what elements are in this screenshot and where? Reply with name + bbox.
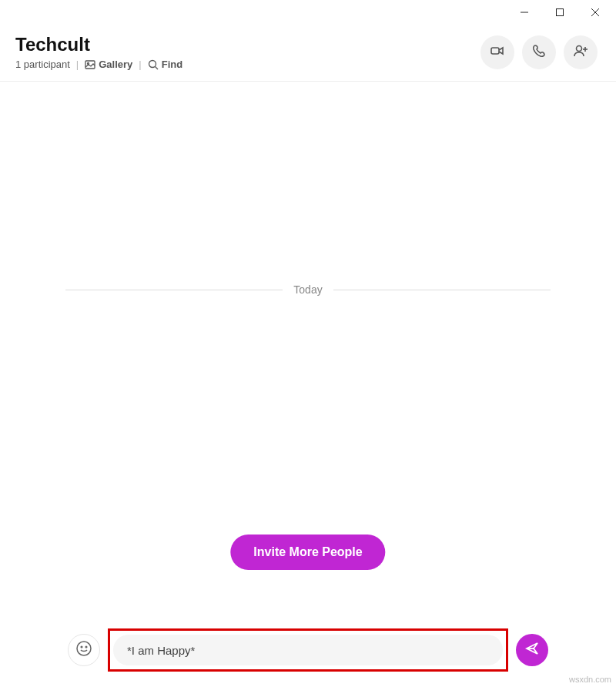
window-titlebar (0, 0, 616, 25)
maximize-button[interactable] (542, 0, 578, 25)
search-icon (148, 59, 159, 70)
composer (0, 628, 616, 672)
svg-point-9 (577, 45, 582, 51)
svg-rect-1 (557, 9, 564, 16)
send-icon (524, 641, 540, 659)
svg-point-12 (77, 642, 91, 655)
video-call-button[interactable] (480, 35, 514, 69)
date-divider: Today (65, 283, 551, 296)
smile-icon (75, 640, 92, 660)
divider: | (139, 59, 141, 70)
composer-highlight (108, 628, 508, 672)
audio-call-button[interactable] (522, 35, 556, 69)
minimize-button[interactable] (507, 0, 542, 25)
chat-header: Techcult 1 participant | Gallery | Find (0, 25, 616, 82)
send-button[interactable] (516, 634, 548, 666)
emoji-button[interactable] (68, 634, 100, 666)
gallery-icon (85, 59, 95, 70)
find-label: Find (162, 59, 182, 70)
svg-line-7 (155, 66, 158, 69)
person-add-icon (572, 42, 589, 62)
invite-more-people-button[interactable]: Invite More People (230, 535, 385, 570)
gallery-label: Gallery (99, 59, 132, 70)
gallery-button[interactable]: Gallery (85, 59, 132, 70)
participants-label[interactable]: 1 participant (15, 59, 70, 70)
add-people-button[interactable] (564, 35, 598, 69)
header-actions (480, 35, 598, 69)
svg-rect-8 (491, 48, 499, 54)
message-input[interactable] (113, 635, 503, 665)
phone-icon (531, 43, 547, 62)
svg-point-14 (85, 646, 87, 648)
svg-point-6 (149, 60, 156, 67)
divider: | (76, 59, 79, 70)
video-icon (489, 42, 506, 62)
date-label: Today (293, 283, 322, 296)
svg-point-5 (88, 62, 89, 64)
close-button[interactable] (578, 0, 613, 25)
watermark: wsxdn.com (569, 675, 611, 684)
chat-title[interactable]: Techcult (15, 34, 182, 55)
svg-point-13 (81, 646, 82, 648)
chat-body: Today Invite More People (0, 82, 616, 559)
find-button[interactable]: Find (148, 59, 182, 70)
